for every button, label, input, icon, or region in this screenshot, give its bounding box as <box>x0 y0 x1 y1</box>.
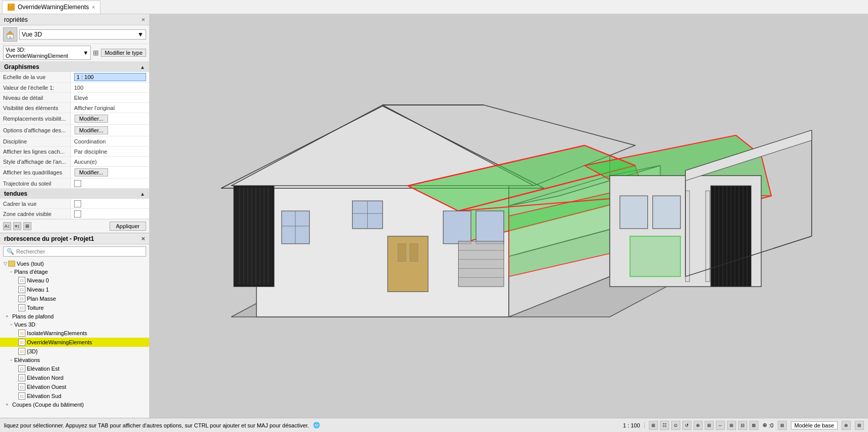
vue3d-dropdown[interactable]: Vue 3D ▼ <box>19 29 146 40</box>
tree-item-coupes[interactable]: + Coupes (Coupe du bâtiment) <box>0 401 149 409</box>
status-right-icon-2[interactable]: ⊞ <box>855 421 864 430</box>
tree-item-elevation-est[interactable]: □ Elévation Est <box>0 364 149 373</box>
remplacements-btn[interactable]: Modifier... <box>75 115 108 123</box>
status-icon-8[interactable]: ⊞ <box>727 421 736 430</box>
tree-search-container: 🔍 <box>3 246 146 257</box>
tree-item-vues-tout[interactable]: ▽ Vues (tout) <box>0 260 149 268</box>
tree-item-elevation-nord[interactable]: □ Elévation Nord <box>0 373 149 382</box>
style-affichage-label: Style d'affichage de l'an... <box>3 159 66 165</box>
status-icon-4[interactable]: ↺ <box>682 421 691 430</box>
svg-rect-58 <box>620 196 648 229</box>
niveau-detail-label: Niveau de détail <box>3 95 43 101</box>
isolate-3d-icon: 3D <box>18 330 25 337</box>
view-selector-row: Vue 3D: OverrideWarningElement ▼ ⊞ Modif… <box>0 44 149 62</box>
status-icon-10[interactable]: ⊠ <box>749 421 758 430</box>
echelle-vue-input[interactable] <box>74 73 146 81</box>
model-selector[interactable]: Modèle de base <box>791 421 838 429</box>
props-row-style-affichage: Style d'affichage de l'an... Aucun(e) <box>0 157 149 167</box>
plan-masse-label: Plan Masse <box>27 296 56 302</box>
properties-title: ropriétés <box>4 16 28 23</box>
coords-label: ⊕ <box>762 422 767 428</box>
elevations-label: Elévations <box>14 357 40 363</box>
tree-item-elevations[interactable]: − Elévations <box>0 356 149 364</box>
status-pages-icon[interactable]: ⊞ <box>778 421 787 430</box>
visibilite-value: Afficher l'original <box>74 105 115 111</box>
search-input[interactable] <box>16 248 143 255</box>
tree-item-plans-etage[interactable]: − Plans d'étage <box>0 268 149 276</box>
status-icon-7[interactable]: ↔ <box>716 421 725 430</box>
echelle-vue-label: Echelle de la vue <box>3 74 46 80</box>
tab-override-warning-elements[interactable]: OverrideWarningElements × <box>2 1 100 14</box>
tree-item-toiture[interactable]: □ Toiture <box>0 303 149 312</box>
trajectoire-soleil-checkbox[interactable] <box>74 180 81 187</box>
apply-button[interactable]: Appliquer <box>110 222 146 231</box>
quadrillages-label: Afficher les quadrillages <box>3 169 62 175</box>
tree-item-plans-plafond[interactable]: + Plans de plafond <box>0 312 149 320</box>
search-icon: 🔍 <box>7 248 14 255</box>
tree-item-plan-masse[interactable]: □ Plan Masse <box>0 294 149 303</box>
status-right-icon-1[interactable]: ⊕ <box>842 421 851 430</box>
props-row-visibilite: Visibilité des éléments Afficher l'origi… <box>0 103 149 113</box>
props-row-trajectoire-soleil: Trajectoire du soleil <box>0 178 149 189</box>
valeur-echelle-value: 100 <box>74 85 83 91</box>
properties-close-button[interactable]: × <box>141 16 145 23</box>
zone-cadree-label: Zone cadrée visible <box>3 211 51 217</box>
zone-cadree-checkbox[interactable] <box>74 210 81 218</box>
niveau-0-expand-icon <box>14 277 18 283</box>
viewport[interactable] <box>150 14 868 418</box>
plans-etage-label: Plans d'étage <box>14 269 48 275</box>
status-icon-3[interactable]: ⊙ <box>671 421 680 430</box>
sort-category-icon[interactable]: ≡↕ <box>13 222 21 230</box>
status-icon-2[interactable]: ☷ <box>660 421 669 430</box>
tendues-section-header[interactable]: tendues ▲ <box>0 189 149 199</box>
tree-item-vues-3d[interactable]: − Vues 3D <box>0 320 149 329</box>
tree-item-override-warning[interactable]: 3D OverrideWarningElements <box>0 338 149 347</box>
tree-item-elevation-ouest[interactable]: □ Elévation Ouest <box>0 382 149 391</box>
status-icon-1[interactable]: ⊞ <box>649 421 658 430</box>
props-row-niveau-detail: Niveau de détail Elevé <box>0 93 149 103</box>
svg-rect-0 <box>9 6 13 10</box>
tree-content: ▽ Vues (tout) − Plans d'étage □ Niveau 0 <box>0 259 149 418</box>
tree-item-niveau-0[interactable]: □ Niveau 0 <box>0 276 149 285</box>
props-row-discipline: Discipline Coordination <box>0 136 149 147</box>
cadrer-vue-checkbox[interactable] <box>74 200 81 207</box>
toiture-label: Toiture <box>27 305 44 311</box>
status-icon-9[interactable]: ⊟ <box>738 421 747 430</box>
graphismes-section-header[interactable]: Graphismes ▲ <box>0 62 149 72</box>
status-icon-5[interactable]: ⊕ <box>693 421 703 430</box>
3d-expand-icon <box>14 348 18 354</box>
tree-item-isolate-warning[interactable]: 3D IsolateWarningElements <box>0 329 149 338</box>
props-row-afficher-lignes: Afficher les lignes cach... Par discipli… <box>0 147 149 157</box>
props-row-options-affichage: Options d'affichage des... Modifier... <box>0 125 149 136</box>
niveau-1-label: Niveau 1 <box>27 286 49 293</box>
quadrillages-btn[interactable]: Modifier... <box>75 168 108 176</box>
status-icon-6[interactable]: ⊞ <box>705 421 714 430</box>
svg-rect-42 <box>410 244 418 262</box>
view-icon-btn[interactable]: ⊞ <box>93 49 99 57</box>
view-dropdown[interactable]: Vue 3D: OverrideWarningElement ▼ <box>3 46 91 60</box>
tab-close-button[interactable]: × <box>92 5 95 10</box>
tree-item-elevation-sud[interactable]: □ Elévation Sud <box>0 391 149 401</box>
status-scale: 1 : 100 <box>623 422 645 428</box>
sort-filter-icon[interactable]: ⊞ <box>23 222 31 230</box>
status-bar: liquez pour sélectionner. Appuyez sur TA… <box>0 418 868 432</box>
sort-alpha-icon[interactable]: A↕ <box>3 222 11 230</box>
elevation-est-label: Elévation Est <box>27 366 59 372</box>
svg-rect-61 <box>459 241 504 287</box>
modifier-type-button[interactable]: Modifier le type <box>101 49 146 57</box>
svg-marker-1 <box>8 4 13 6</box>
options-affichage-label: Options d'affichage des... <box>3 127 66 133</box>
cadrer-vue-label: Cadrer la vue <box>3 201 37 207</box>
toiture-expand-icon <box>14 305 18 311</box>
props-row-cadrer-vue: Cadrer la vue <box>0 199 149 209</box>
isolate-label: IsolateWarningElements <box>27 330 87 336</box>
tree-item-3d[interactable]: 3D {3D} <box>0 347 149 356</box>
tree-close-button[interactable]: × <box>141 235 145 242</box>
plans-plafond-expand-icon: + <box>4 313 10 319</box>
vue3d-selector: Vue 3D ▼ <box>0 25 149 44</box>
svg-rect-57 <box>706 191 710 281</box>
view-selector-label: Vue 3D: OverrideWarningElement <box>6 47 81 59</box>
tree-item-niveau-1[interactable]: □ Niveau 1 <box>0 285 149 294</box>
discipline-label: Discipline <box>3 138 27 145</box>
options-affichage-btn[interactable]: Modifier... <box>75 126 108 134</box>
